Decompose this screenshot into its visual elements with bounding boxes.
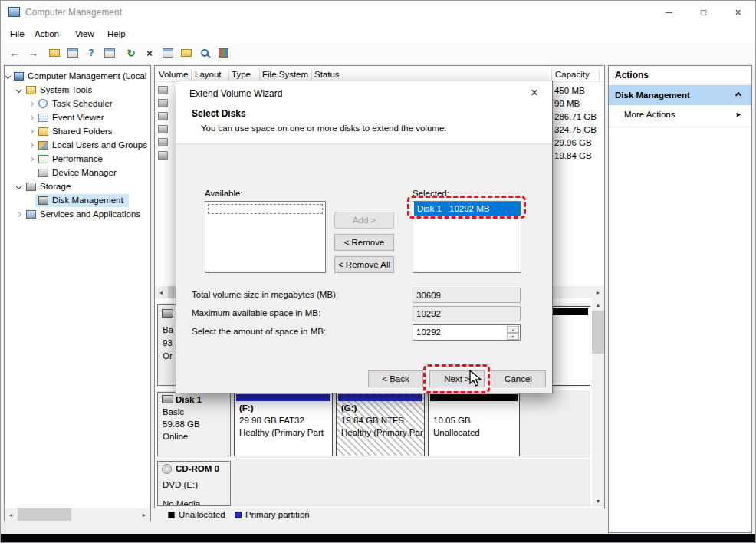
back-icon[interactable]: ← bbox=[7, 46, 22, 60]
volume-row-icon[interactable] bbox=[158, 86, 168, 94]
remove-button[interactable]: < Remove bbox=[334, 234, 394, 251]
disk0-status-fragment: Or bbox=[163, 351, 173, 360]
collapse-chevron-icon[interactable] bbox=[28, 156, 34, 162]
close-button[interactable]: × bbox=[721, 1, 755, 23]
spin-up-button[interactable]: ▲ bbox=[507, 326, 519, 333]
tree-item-event-viewer[interactable]: Event Viewer bbox=[5, 111, 150, 125]
add-button[interactable]: Add > bbox=[334, 212, 394, 229]
tree-item-storage[interactable]: Storage bbox=[5, 180, 150, 194]
tree-item-computer-management[interactable]: Computer Management (Local bbox=[5, 70, 150, 84]
list-scroll-right-button[interactable]: ► bbox=[592, 286, 604, 298]
capacity-cell[interactable]: 450 MB bbox=[554, 86, 585, 95]
unallocated-space[interactable]: 10.05 GB Unallocated bbox=[428, 392, 520, 456]
volume-row-icon[interactable] bbox=[158, 99, 168, 107]
graphical-scroll-down-button[interactable]: ▼ bbox=[592, 495, 604, 507]
header-separator[interactable] bbox=[551, 69, 552, 81]
selected-listbox[interactable]: Disk 1 10292 MB bbox=[413, 201, 521, 273]
find-icon[interactable] bbox=[197, 46, 212, 60]
header-separator[interactable] bbox=[259, 69, 260, 81]
expand-chevron-icon[interactable] bbox=[16, 87, 21, 93]
volume-row-icon[interactable] bbox=[158, 125, 168, 133]
action-pane-icon[interactable] bbox=[102, 46, 117, 60]
total-size-field[interactable]: 30609 bbox=[413, 288, 521, 303]
amount-spinbox[interactable]: 10292 ▲ ▼ bbox=[413, 324, 521, 341]
column-header-capacity[interactable]: Capacity bbox=[555, 70, 590, 79]
volume-row-icon[interactable] bbox=[158, 112, 168, 120]
properties-icon[interactable] bbox=[160, 46, 176, 60]
tree-item-system-tools[interactable]: System Tools bbox=[5, 84, 150, 97]
refresh-icon[interactable]: ↻ bbox=[123, 46, 139, 60]
remove-all-button[interactable]: < Remove All bbox=[334, 256, 394, 273]
open-folder-icon[interactable] bbox=[179, 46, 194, 60]
column-header-type[interactable]: Type bbox=[232, 70, 251, 79]
list-scroll-left-button[interactable]: ◄ bbox=[155, 286, 167, 298]
column-header-status[interactable]: Status bbox=[314, 70, 340, 79]
tree-item-performance[interactable]: Performance bbox=[5, 153, 150, 166]
tree-item-services-and-applications[interactable]: Services and Applications bbox=[5, 208, 150, 222]
collapse-chevron-icon[interactable] bbox=[28, 115, 34, 120]
cdrom-label-box[interactable]: CD-ROM 0 DVD (E:) No Media bbox=[157, 461, 231, 506]
capacity-cell[interactable]: 29.96 GB bbox=[554, 138, 592, 147]
collapse-chevron-icon[interactable] bbox=[28, 129, 34, 134]
tree-item-local-users-and-groups[interactable]: Local Users and Groups bbox=[5, 139, 150, 153]
graphical-scroll-up-button[interactable]: ▲ bbox=[592, 298, 604, 311]
expand-chevron-icon[interactable] bbox=[16, 184, 21, 189]
header-separator[interactable] bbox=[311, 69, 312, 81]
services-icon bbox=[26, 210, 36, 219]
delete-icon[interactable]: × bbox=[142, 46, 157, 60]
disk1-label-box[interactable]: Disk 1 Basic 59.88 GB Online bbox=[157, 392, 231, 456]
tree-item-task-scheduler[interactable]: Task Scheduler bbox=[5, 97, 150, 111]
up-level-icon[interactable] bbox=[47, 46, 62, 60]
column-header-volume[interactable]: Volume bbox=[159, 70, 188, 79]
collapse-up-icon[interactable] bbox=[735, 92, 741, 98]
app-icon bbox=[8, 7, 20, 17]
capacity-cell[interactable]: 99 MB bbox=[554, 99, 580, 108]
window-title: Computer Management bbox=[25, 7, 122, 18]
capacity-cell[interactable]: 19.84 GB bbox=[554, 151, 592, 160]
header-separator[interactable] bbox=[599, 69, 600, 81]
maximize-button[interactable]: □ bbox=[686, 1, 721, 23]
max-space-field[interactable]: 10292 bbox=[413, 306, 521, 321]
header-separator[interactable] bbox=[191, 69, 192, 81]
menu-help[interactable]: Help bbox=[107, 29, 126, 38]
capacity-cell[interactable]: 286.71 GB bbox=[554, 112, 597, 121]
capacity-cell[interactable]: 324.75 GB bbox=[554, 125, 597, 134]
volume-row-icon[interactable] bbox=[158, 138, 168, 146]
graphical-vscrollbar-thumb[interactable] bbox=[592, 311, 604, 354]
column-header-file-system[interactable]: File System bbox=[262, 70, 308, 79]
available-listbox[interactable] bbox=[205, 201, 326, 273]
header-separator[interactable] bbox=[228, 69, 229, 81]
tree-scro11-right-button[interactable]: ► bbox=[138, 508, 150, 521]
partition-g[interactable]: (G:) 19.84 GB NTFS Healthy (Primary Par bbox=[336, 392, 425, 456]
help-icon[interactable]: ? bbox=[84, 46, 99, 60]
volume-row-icon[interactable] bbox=[158, 151, 168, 160]
menu-action[interactable]: Action bbox=[35, 29, 59, 38]
collapse-chevron-icon[interactable] bbox=[28, 143, 34, 148]
tree-scroll-left-button[interactable]: ◄ bbox=[5, 508, 17, 521]
collapse-chevron-icon[interactable] bbox=[16, 212, 21, 217]
actions-item-disk-management[interactable]: Disk Management bbox=[609, 85, 751, 105]
dialog-close-button[interactable]: × bbox=[519, 82, 550, 104]
console-tree-icon[interactable] bbox=[65, 46, 81, 60]
collapse-chevron-icon[interactable] bbox=[28, 101, 34, 107]
tree-item-disk-management[interactable]: Disk Management bbox=[5, 194, 150, 208]
tree-item-label: Local Users and Groups bbox=[52, 140, 147, 150]
title-bar[interactable]: Computer Management ─ □ × bbox=[1, 1, 755, 24]
menu-file[interactable]: File bbox=[10, 29, 25, 38]
partition-f[interactable]: (F:) 29.98 GB FAT32 Healthy (Primary Par… bbox=[234, 392, 333, 456]
forward-icon[interactable]: → bbox=[25, 46, 41, 60]
minimize-button[interactable]: ─ bbox=[652, 1, 686, 23]
back-button-label: < Back bbox=[382, 374, 409, 383]
actions-item-more-actions[interactable]: More Actions ► bbox=[609, 105, 751, 125]
tree-item-shared-folders[interactable]: Shared Folders bbox=[5, 125, 150, 139]
selected-disk-item[interactable]: Disk 1 10292 MB bbox=[414, 202, 521, 216]
back-button[interactable]: < Back bbox=[368, 370, 423, 387]
cancel-button[interactable]: Cancel bbox=[491, 370, 546, 387]
tree-item-device-manager[interactable]: Device Manager bbox=[5, 166, 150, 180]
menu-view[interactable]: View bbox=[75, 29, 94, 38]
tree-hscrollbar-thumb[interactable] bbox=[18, 508, 71, 521]
spin-down-button[interactable]: ▼ bbox=[507, 333, 519, 340]
column-header-layout[interactable]: Layout bbox=[195, 70, 222, 79]
expand-chevron-icon[interactable] bbox=[5, 74, 11, 79]
blocks-icon[interactable] bbox=[215, 46, 231, 60]
